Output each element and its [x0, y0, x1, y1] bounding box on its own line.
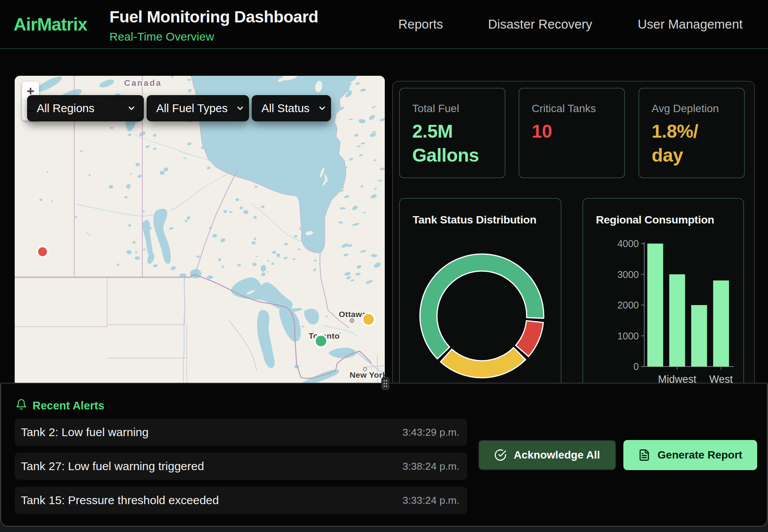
tank-marker-warning[interactable] [362, 313, 375, 326]
dashboard-panel: Total Fuel 2.5MGallons Critical Tanks 10… [392, 81, 755, 383]
donut-segment-critical [516, 321, 544, 356]
fuel-type-filter-value: All Fuel Types [156, 102, 228, 115]
file-text-icon [638, 449, 650, 461]
fuel-type-filter-dropdown[interactable]: All Fuel Types [147, 95, 249, 121]
region-filter-value: All Regions [37, 102, 94, 115]
stat-value-line: Gallons [412, 143, 493, 167]
check-circle-icon [494, 449, 507, 461]
tank-status-chart-card: Tank Status Distribution [399, 198, 561, 383]
chevron-down-icon [127, 104, 136, 113]
generate-report-label: Generate Report [657, 449, 742, 461]
alert-message: Tank 15: Pressure threshold exceeded [21, 494, 219, 507]
acknowledge-all-button[interactable]: Acknowledge All [478, 440, 616, 470]
top-section: AirMatrix Fuel Monitoring Dashboard Real… [0, 0, 768, 383]
stat-label: Critical Tanks [532, 102, 613, 115]
app-header: AirMatrix Fuel Monitoring Dashboard Real… [0, 0, 768, 49]
alert-row[interactable]: Tank 15: Pressure threshold exceeded3:33… [15, 487, 467, 514]
recent-alerts-panel: Recent Alerts Tank 2: Low fuel warning3:… [0, 383, 768, 527]
map-canvas: CanadaOttawaTorontoNew York [15, 76, 385, 383]
stat-card-total-fuel: Total Fuel 2.5MGallons [399, 88, 505, 178]
chart-title: Regional Consumption [596, 213, 714, 226]
svg-text:1000: 1000 [617, 331, 639, 341]
svg-text:Midwest: Midwest [658, 373, 697, 383]
stat-label: Avg Depletion [652, 102, 732, 115]
stat-value: 10 [532, 119, 613, 143]
grip-dots-icon [383, 379, 388, 388]
tank-status-donut-chart [400, 199, 562, 383]
stat-card-critical-tanks: Critical Tanks 10 [519, 88, 625, 178]
page-subtitle: Real-Time Overview [109, 30, 214, 43]
page-title: Fuel Monitoring Dashboard [109, 7, 318, 27]
alert-time: 3:43:29 p.m. [403, 426, 459, 438]
map-filter-bar: All Regions All Fuel Types All Status [27, 95, 331, 121]
regional-consumption-chart-card: Regional Consumption 01000200030004000Mi… [582, 198, 744, 383]
nav-disaster-recovery[interactable]: Disaster Recovery [488, 17, 592, 32]
svg-text:2000: 2000 [617, 300, 639, 310]
stat-value-line: 1.8%/ [652, 119, 732, 143]
acknowledge-all-label: Acknowledge All [514, 449, 600, 461]
svg-text:West: West [709, 373, 733, 383]
alert-time: 3:33:24 p.m. [403, 494, 459, 506]
chart-title: Tank Status Distribution [413, 213, 536, 226]
alert-row[interactable]: Tank 2: Low fuel warning3:43:29 p.m. [15, 419, 467, 446]
bar-midwest [669, 275, 685, 367]
svg-text:0: 0 [633, 361, 639, 372]
bar-west [713, 280, 729, 367]
map-container[interactable]: CanadaOttawaTorontoNew York + − All Regi… [15, 76, 385, 383]
bar-south [691, 305, 707, 367]
nav-user-management[interactable]: User Management [638, 17, 742, 32]
country-label-canada: Canada [124, 78, 162, 88]
alert-message: Tank 2: Low fuel warning [21, 426, 148, 439]
alert-message: Tank 27: Low fuel warning triggered [21, 460, 204, 473]
alert-time: 3:38:24 p.m. [403, 460, 459, 472]
generate-report-button[interactable]: Generate Report [623, 440, 757, 470]
stat-value-line: 10 [532, 119, 613, 143]
alert-row[interactable]: Tank 27: Low fuel warning triggered3:38:… [15, 453, 467, 480]
donut-segment-warning [440, 348, 526, 378]
svg-text:4000: 4000 [617, 238, 639, 249]
city-label-new-york: New York [350, 370, 385, 379]
chevron-down-icon [236, 104, 245, 113]
bell-icon [15, 399, 27, 410]
status-filter-dropdown[interactable]: All Status [252, 95, 331, 121]
tank-marker-normal[interactable] [315, 335, 327, 347]
brand-logo: AirMatrix [14, 14, 87, 35]
stat-value-line: 2.5M [412, 119, 493, 143]
stat-card-avg-depletion: Avg Depletion 1.8%/day [638, 88, 745, 178]
stat-label: Total Fuel [412, 102, 493, 115]
tank-marker-critical[interactable] [38, 247, 48, 257]
stat-value: 1.8%/day [652, 119, 732, 167]
title-block: Fuel Monitoring Dashboard Real-Time Over… [109, 7, 318, 43]
status-filter-value: All Status [261, 102, 310, 115]
chevron-down-icon [317, 104, 327, 113]
alerts-heading: Recent Alerts [32, 399, 104, 412]
region-filter-dropdown[interactable]: All Regions [27, 95, 144, 121]
bar-northeast [647, 244, 663, 367]
panel-resize-grip[interactable] [381, 377, 389, 390]
svg-text:3000: 3000 [617, 269, 639, 280]
stat-value: 2.5MGallons [412, 119, 493, 167]
regional-consumption-bar-chart: 01000200030004000MidwestWest [583, 199, 745, 383]
stat-value-line: day [652, 143, 732, 167]
nav-reports[interactable]: Reports [398, 17, 443, 32]
